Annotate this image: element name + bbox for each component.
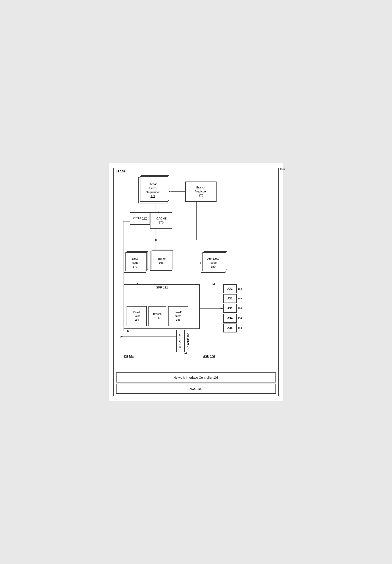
ax4-ref: 194 <box>238 317 242 320</box>
icache-box: iCACHE 170 <box>150 212 172 229</box>
load-store-ref: 188 <box>176 318 180 322</box>
branch-prediction-label: BranchPrediction <box>195 185 207 194</box>
branch-box: Branch 186 <box>148 306 166 326</box>
ax4-box: AX4 <box>223 314 237 323</box>
ax5-box: AX5 <box>223 324 237 332</box>
dep-issue-ref: 178 <box>133 265 138 269</box>
fixed-point-box: FixedPoint 184 <box>126 306 147 326</box>
ibuffer-box: I Buffer 168 <box>150 251 172 271</box>
outer-frame: 104 IU 162 <box>113 168 279 396</box>
icache-label: iCACHE <box>156 217 167 221</box>
axu-label: AXU 166 <box>203 354 215 358</box>
aux-dep-issue-label: Aux Dep/Issue <box>207 257 219 265</box>
dep-issue-box: Dep/Issue 178 <box>124 253 146 273</box>
ax1-item: AX1 194 <box>223 284 242 293</box>
ax3-ref: 194 <box>238 307 242 310</box>
main-diagram: ThreadFetchSequencer 174 BranchPredictio… <box>116 170 276 371</box>
ierat-box: iERAT 172 <box>130 212 150 225</box>
load-store-label: Load/Store <box>175 310 182 318</box>
dep-issue-label: Dep/Issue <box>131 257 139 265</box>
thread-fetch-label: ThreadFetchSequencer <box>146 182 160 195</box>
ax2-item: AX2 194 <box>223 294 242 303</box>
nic-label: Network Interface Controller <box>173 376 213 379</box>
dcache-label: dCACHE 190 <box>187 333 190 349</box>
ax1-ref: 194 <box>238 287 242 290</box>
branch-ref: 186 <box>155 316 160 320</box>
nic-ref: 108 <box>213 376 218 379</box>
junction-dot <box>155 239 157 241</box>
ax1-box: AX1 <box>223 284 237 293</box>
ibuffer-label: I Buffer <box>156 257 166 261</box>
aux-dep-issue-ref: 180 <box>211 265 216 269</box>
xu-label: XU 164 <box>124 354 134 358</box>
branch-prediction-ref: 176 <box>198 194 203 197</box>
ax4-item: AX4 194 <box>223 314 242 323</box>
ax5-item: AX5 194 <box>223 324 242 332</box>
branch-label: Branch <box>153 312 162 316</box>
ax-group: AX1 194 AX2 194 AX3 194 AX4 194 AX5 19 <box>223 284 242 332</box>
thread-fetch-box: ThreadFetchSequencer 174 <box>139 177 168 203</box>
ref-104: 104 <box>280 167 285 170</box>
ax3-item: AX3 194 <box>223 304 242 313</box>
noc-ref: 102 <box>197 387 202 391</box>
gpr-container: GPR 182 FixedPoint 184 Branch 186 Load/S… <box>124 284 200 329</box>
nic-bar: Network Interface Controller 108 <box>116 372 276 382</box>
derat-box: dERAT 192 <box>176 330 184 352</box>
ax5-ref: 194 <box>238 327 242 329</box>
derat-label: dERAT 192 <box>179 334 182 348</box>
load-store-box: Load/Store 188 <box>168 306 188 326</box>
aux-dep-issue-box: Aux Dep/Issue 180 <box>201 253 225 273</box>
thread-fetch-ref: 174 <box>151 194 155 198</box>
branch-prediction-box: BranchPrediction 176 <box>185 182 217 202</box>
ax2-box: AX2 <box>223 294 237 303</box>
ax2-ref: 194 <box>238 297 242 300</box>
noc-label: NOC <box>190 387 197 391</box>
ax3-box: AX3 <box>223 304 237 313</box>
noc-bar: NOC 102 <box>116 384 276 394</box>
fixed-point-label: FixedPoint <box>133 310 140 318</box>
gpr-label: GPR 182 <box>156 286 168 289</box>
ierat-label: iERAT 172 <box>133 216 147 220</box>
dcache-box: dCACHE 190 <box>184 330 193 352</box>
fixed-point-ref: 184 <box>134 318 139 322</box>
ibuffer-ref: 168 <box>159 261 164 265</box>
icache-ref: 170 <box>159 221 164 225</box>
